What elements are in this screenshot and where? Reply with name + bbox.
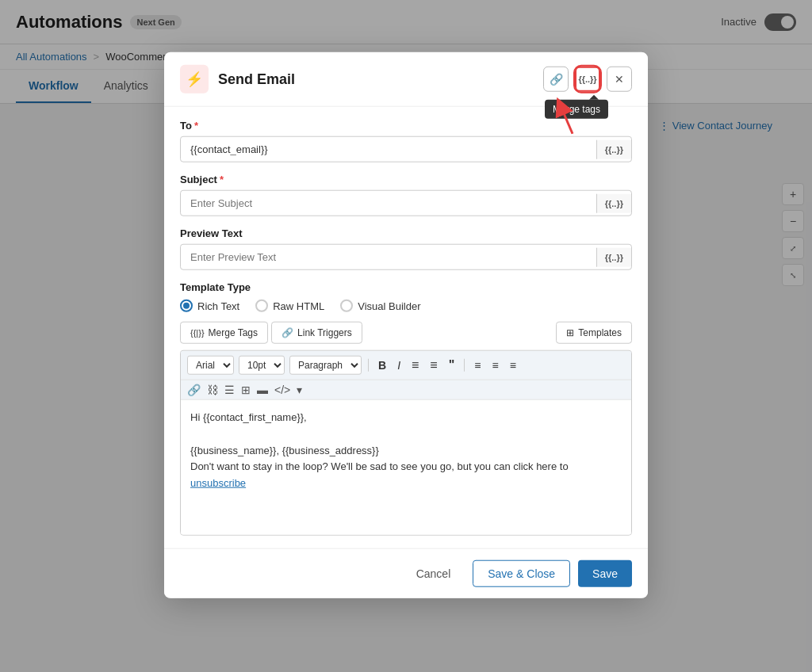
radio-raw-html-circle — [255, 300, 268, 312]
preview-text-input-row: {{..}} — [180, 244, 632, 270]
editor-toolbar-row2: 🔗 ⛓ ☰ ⊞ ▬ </> ▾ — [181, 380, 631, 400]
radio-visual-builder[interactable]: Visual Builder — [340, 300, 420, 312]
font-size-select[interactable]: 10pt — [239, 356, 285, 375]
save-close-button[interactable]: Save & Close — [473, 560, 570, 587]
red-arrow-indicator — [533, 90, 580, 138]
modal-footer: Cancel Save & Close Save — [164, 548, 648, 598]
bold-btn[interactable]: B — [375, 357, 389, 373]
ol-btn[interactable]: ≡ — [427, 357, 440, 374]
link-trigger-icon: 🔗 — [282, 327, 293, 338]
ul-btn[interactable]: ≡ — [408, 357, 422, 374]
align-center-btn[interactable]: ≡ — [488, 357, 501, 373]
close-icon: ✕ — [615, 73, 624, 86]
to-merge-btn[interactable]: {{..}} — [596, 139, 631, 158]
preview-merge-icon: {{..}} — [605, 252, 623, 262]
lightning-icon: ⚡ — [186, 71, 203, 88]
subject-merge-btn[interactable]: {{..}} — [596, 193, 631, 212]
preview-text-label: Preview Text — [180, 227, 632, 239]
merge-tags-btn[interactable]: {{..}} — [575, 67, 600, 92]
editor-toolbar-row: {{|}} Merge Tags 🔗 Link Triggers ⊞ Templ… — [180, 322, 632, 344]
hr-icon[interactable]: ▬ — [257, 384, 268, 396]
subject-input-row: {{..}} — [180, 190, 632, 216]
svg-line-1 — [561, 106, 573, 134]
preview-text-field-group: Preview Text {{..}} — [180, 227, 632, 270]
modal-icon: ⚡ — [180, 65, 209, 94]
to-merge-icon: {{..}} — [605, 144, 623, 154]
font-family-select[interactable]: Arial — [187, 356, 234, 375]
template-type-radio-group: Rich Text Raw HTML Visual Builder — [180, 300, 632, 312]
editor-content-area[interactable]: Hi {{contact_first_name}}, {{business_na… — [181, 400, 631, 535]
preview-merge-btn[interactable]: {{..}} — [596, 247, 631, 266]
editor-format-toolbar: Arial 10pt Paragraph B I ≡ ≡ " ≡ — [181, 351, 631, 380]
close-btn[interactable]: ✕ — [607, 67, 632, 92]
dropdown-icon[interactable]: ▾ — [297, 384, 302, 396]
templates-icon: ⊞ — [566, 327, 574, 338]
link-icon: 🔗 — [550, 73, 563, 86]
subject-label: Subject * — [180, 174, 632, 185]
modal-title: Send Email — [218, 71, 534, 87]
align-right-btn[interactable]: ≡ — [507, 357, 519, 373]
table-icon[interactable]: ⊞ — [241, 384, 251, 396]
subject-merge-icon: {{..}} — [605, 198, 623, 208]
toolbar-left: {{|}} Merge Tags 🔗 Link Triggers — [180, 322, 362, 344]
subject-input[interactable] — [181, 191, 596, 216]
cancel-button[interactable]: Cancel — [402, 560, 465, 587]
align-left-btn[interactable]: ≡ — [471, 357, 484, 373]
code-icon[interactable]: </> — [274, 384, 290, 396]
toolbar-sep-2 — [464, 359, 465, 372]
templates-btn[interactable]: ⊞ Templates — [556, 322, 632, 344]
radio-rich-text[interactable]: Rich Text — [180, 300, 239, 312]
to-required: * — [194, 120, 198, 132]
subject-required: * — [220, 174, 224, 185]
template-type-label: Template Type — [180, 281, 632, 293]
toolbar-sep-1 — [368, 359, 369, 372]
link-icon-btn[interactable]: 🔗 — [543, 67, 569, 92]
quote-btn[interactable]: " — [446, 357, 458, 374]
editor-line-4: Don't want to stay in the loop? We'll be… — [190, 459, 622, 492]
subject-field-group: Subject * {{..}} — [180, 174, 632, 216]
rich-text-editor: Arial 10pt Paragraph B I ≡ ≡ " ≡ — [180, 350, 632, 536]
preview-text-input[interactable] — [181, 245, 596, 269]
align-icon[interactable]: ☰ — [224, 384, 235, 396]
merge-tags-toolbar-btn[interactable]: {{|}} Merge Tags — [180, 322, 268, 344]
radio-rich-text-circle — [180, 300, 193, 312]
to-input[interactable] — [181, 137, 596, 162]
link-triggers-btn[interactable]: 🔗 Link Triggers — [271, 322, 362, 344]
send-email-modal: ⚡ Send Email 🔗 {{..}} ✕ — [164, 52, 648, 598]
modal-body: To * {{..}} Subject * — [164, 107, 648, 548]
paragraph-select[interactable]: Paragraph — [289, 356, 362, 375]
merge-tags-icon: {{..}} — [578, 74, 596, 84]
radio-raw-html[interactable]: Raw HTML — [255, 300, 324, 312]
modal-header-actions: 🔗 {{..}} ✕ — [543, 67, 632, 92]
editor-line-3: {{business_name}}, {{business_address}} — [190, 442, 622, 459]
hyperlink-icon[interactable]: 🔗 — [187, 384, 201, 396]
save-button[interactable]: Save — [578, 560, 632, 587]
merge-tags-toolbar-icon: {{|}} — [190, 328, 205, 338]
unlink-icon[interactable]: ⛓ — [207, 384, 218, 396]
radio-visual-builder-circle — [340, 300, 353, 312]
editor-line-1: Hi {{contact_first_name}}, — [190, 410, 622, 426]
italic-btn[interactable]: I — [394, 357, 404, 373]
unsubscribe-link[interactable]: unsubscribe — [190, 477, 246, 489]
to-input-row: {{..}} — [180, 136, 632, 162]
template-type-section: Template Type Rich Text Raw HTML Visual … — [180, 281, 632, 312]
